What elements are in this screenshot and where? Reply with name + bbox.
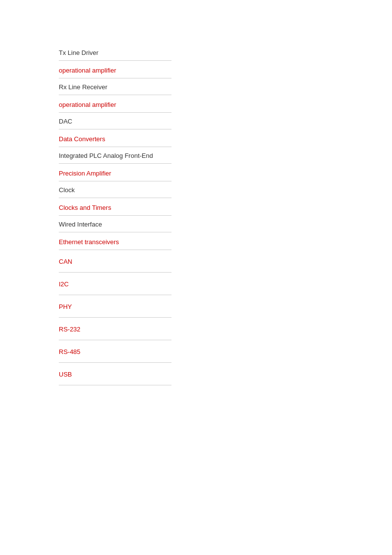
item-category[interactable]: RS-485: [59, 348, 172, 355]
item-category[interactable]: operational amplifier: [59, 67, 172, 74]
item-label[interactable]: Clock: [59, 186, 172, 194]
item-category[interactable]: Clocks and Timers: [59, 204, 172, 211]
list-item: PHY: [59, 295, 172, 318]
item-category[interactable]: Precision Amplifier: [59, 170, 172, 177]
list-item: DAC: [59, 113, 172, 129]
list-item: Wired Interface: [59, 216, 172, 232]
item-label[interactable]: Rx Line Receiver: [59, 83, 172, 91]
item-category[interactable]: Ethernet transceivers: [59, 238, 172, 246]
list-item: CAN: [59, 250, 172, 273]
list-item: Tx Line Driver: [59, 44, 172, 61]
item-label[interactable]: Wired Interface: [59, 221, 172, 228]
item-label[interactable]: DAC: [59, 118, 172, 125]
list-item: RS-485: [59, 340, 172, 363]
item-category[interactable]: I2C: [59, 280, 172, 288]
item-category[interactable]: operational amplifier: [59, 101, 172, 108]
list-item: Clocks and Timers: [59, 198, 172, 216]
item-category[interactable]: RS-232: [59, 326, 172, 333]
item-category[interactable]: USB: [59, 371, 172, 378]
list-item: Clock: [59, 181, 172, 198]
component-list: Tx Line Driver operational amplifier Rx …: [59, 44, 172, 385]
list-item: Data Converters: [59, 129, 172, 147]
list-item: operational amplifier: [59, 95, 172, 113]
list-item: Precision Amplifier: [59, 164, 172, 181]
item-category[interactable]: CAN: [59, 258, 172, 265]
list-item: USB: [59, 363, 172, 385]
list-item: I2C: [59, 273, 172, 295]
list-item: Ethernet transceivers: [59, 232, 172, 250]
item-category[interactable]: Data Converters: [59, 135, 172, 143]
list-item: RS-232: [59, 318, 172, 340]
list-item: Rx Line Receiver: [59, 78, 172, 95]
item-label[interactable]: Integrated PLC Analog Front-End: [59, 152, 172, 159]
item-label[interactable]: Tx Line Driver: [59, 49, 172, 56]
list-item: operational amplifier: [59, 61, 172, 78]
list-item: Integrated PLC Analog Front-End: [59, 147, 172, 164]
item-category[interactable]: PHY: [59, 303, 172, 310]
